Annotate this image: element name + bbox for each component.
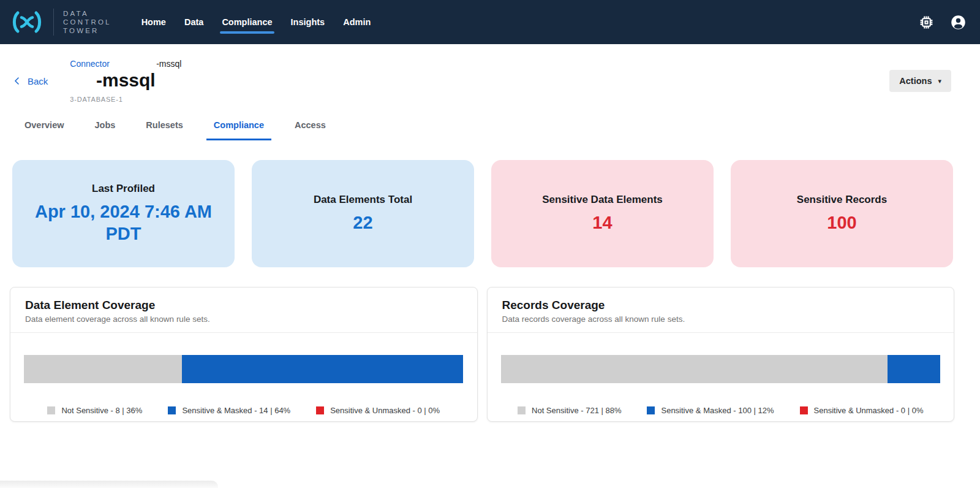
actions-button[interactable]: Actions ▾	[889, 70, 951, 92]
stat-label: Last Profiled	[92, 183, 155, 195]
bottom-edge-artifact	[0, 481, 218, 488]
entity-header: Back Connector -mssql -mssql 3-DATABASE-…	[0, 59, 980, 103]
brand-wordmark: DATA CONTROL TOWER	[63, 9, 111, 35]
back-label: Back	[28, 76, 48, 86]
panel-subtitle: Data records coverage across all known r…	[502, 315, 940, 324]
legend-swatch-gray	[518, 406, 526, 414]
nav-item-data[interactable]: Data	[175, 0, 213, 44]
legend-label: Sensitive & Masked - 100 | 12%	[661, 406, 774, 415]
entity-tabs: Overview Jobs Rulesets Compliance Access	[17, 116, 980, 140]
stat-value: Apr 10, 2024 7:46 AM PDT	[29, 200, 217, 245]
panel-divider	[488, 332, 954, 333]
brand-line-3: TOWER	[63, 26, 111, 35]
legend-label: Sensitive & Unmasked - 0 | 0%	[330, 406, 440, 415]
stat-card-sensitive-data-elements: Sensitive Data Elements 14	[491, 160, 714, 267]
tab-compliance[interactable]: Compliance	[206, 116, 271, 140]
actions-label: Actions	[899, 76, 932, 86]
account-button[interactable]	[950, 14, 967, 31]
panel-divider	[10, 332, 477, 333]
legend-swatch-blue	[647, 406, 655, 414]
brand-line-2: CONTROL	[63, 18, 111, 26]
nav-item-admin[interactable]: Admin	[334, 0, 380, 44]
legend-swatch-red	[800, 406, 808, 414]
stat-card-last-profiled: Last Profiled Apr 10, 2024 7:46 AM PDT	[12, 160, 235, 267]
bar-segment-sensitive-masked	[182, 355, 463, 383]
legend-swatch-gray	[47, 406, 55, 414]
brand-line-1: DATA	[63, 9, 111, 18]
legend-label: Not Sensitive - 8 | 36%	[61, 406, 142, 415]
legend-label: Not Sensitive - 721 | 88%	[532, 406, 621, 415]
page-title: -mssql	[70, 70, 181, 91]
stacked-coverage-bar	[24, 355, 464, 383]
bar-segment-sensitive-masked	[888, 355, 940, 383]
bar-segment-not-sensitive	[501, 355, 888, 383]
chart-legend: Not Sensitive - 8 | 36% Sensitive & Mask…	[10, 406, 477, 415]
tab-overview[interactable]: Overview	[17, 116, 72, 140]
stat-value: 22	[353, 212, 372, 234]
panel-subtitle: Data element coverage across all known r…	[25, 315, 462, 324]
data-element-coverage-panel: Data Element Coverage Data element cover…	[10, 287, 478, 422]
dct-logo-icon	[10, 10, 44, 34]
account-icon	[950, 14, 967, 31]
breadcrumb-current: -mssql	[156, 59, 181, 69]
nav-right	[919, 14, 967, 31]
bar-segment-not-sensitive	[24, 355, 182, 383]
panel-title: Data Element Coverage	[25, 299, 462, 312]
legend-item-sensitive-unmasked: Sensitive & Unmasked - 0 | 0%	[316, 406, 440, 415]
chart-legend: Not Sensitive - 721 | 88% Sensitive & Ma…	[488, 406, 954, 415]
stacked-coverage-bar	[501, 355, 941, 383]
panel-title: Records Coverage	[502, 299, 940, 312]
legend-swatch-blue	[168, 406, 176, 414]
stat-value: 100	[827, 212, 856, 234]
stat-label: Sensitive Data Elements	[542, 194, 663, 206]
tab-jobs[interactable]: Jobs	[88, 116, 123, 140]
coverage-panels-row: Data Element Coverage Data element cover…	[10, 287, 954, 422]
entity-info: Connector -mssql -mssql 3-DATABASE-1	[70, 59, 181, 103]
legend-label: Sensitive & Masked - 14 | 64%	[182, 406, 290, 415]
caret-down-icon: ▾	[938, 78, 941, 85]
stat-label: Sensitive Records	[797, 194, 887, 206]
legend-item-sensitive-masked: Sensitive & Masked - 14 | 64%	[168, 406, 290, 415]
brand-divider	[53, 9, 54, 36]
chip-icon	[919, 15, 934, 30]
stat-value: 14	[592, 212, 612, 234]
nav-item-insights[interactable]: Insights	[282, 0, 334, 44]
nav-item-home[interactable]: Home	[132, 0, 175, 44]
nav-menu: Home Data Compliance Insights Admin	[132, 0, 380, 44]
legend-item-sensitive-masked: Sensitive & Masked - 100 | 12%	[647, 406, 774, 415]
tab-access[interactable]: Access	[287, 116, 333, 140]
stat-card-data-elements-total: Data Elements Total 22	[252, 160, 474, 267]
legend-item-not-sensitive: Not Sensitive - 8 | 36%	[47, 406, 142, 415]
entity-subtitle: 3-DATABASE-1	[70, 96, 181, 103]
breadcrumb: Connector -mssql	[70, 59, 181, 69]
panel-header: Records Coverage Data records coverage a…	[488, 288, 954, 332]
back-button[interactable]: Back	[12, 76, 48, 86]
legend-swatch-red	[316, 406, 324, 414]
records-coverage-panel: Records Coverage Data records coverage a…	[487, 287, 955, 422]
legend-label: Sensitive & Unmasked - 0 | 0%	[814, 406, 924, 415]
stat-cards-row: Last Profiled Apr 10, 2024 7:46 AM PDT D…	[12, 160, 953, 267]
stat-card-sensitive-records: Sensitive Records 100	[731, 160, 953, 267]
top-nav: DATA CONTROL TOWER Home Data Compliance …	[0, 0, 980, 44]
legend-item-sensitive-unmasked: Sensitive & Unmasked - 0 | 0%	[800, 406, 924, 415]
tab-rulesets[interactable]: Rulesets	[138, 116, 190, 140]
chip-settings-button[interactable]	[919, 15, 934, 30]
legend-item-not-sensitive: Not Sensitive - 721 | 88%	[518, 406, 621, 415]
chevron-left-icon	[12, 76, 22, 86]
panel-header: Data Element Coverage Data element cover…	[10, 288, 477, 332]
nav-item-compliance[interactable]: Compliance	[213, 0, 281, 44]
brand[interactable]: DATA CONTROL TOWER	[10, 9, 111, 36]
breadcrumb-connector-link[interactable]: Connector	[70, 59, 110, 69]
stat-label: Data Elements Total	[314, 194, 412, 206]
